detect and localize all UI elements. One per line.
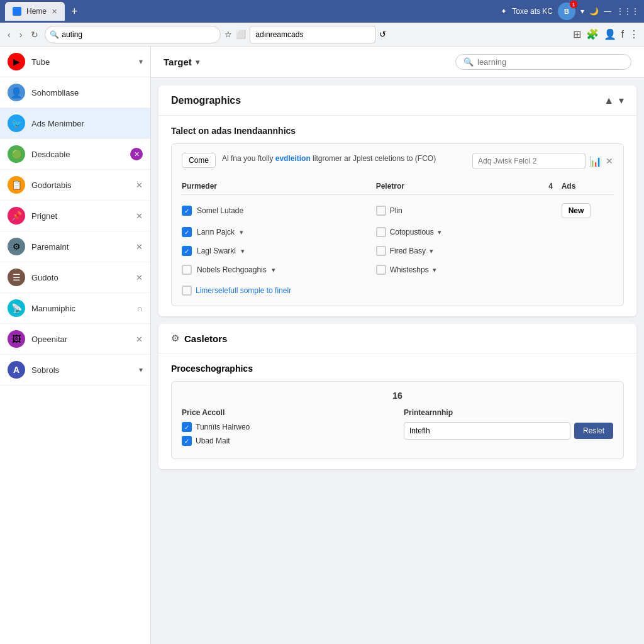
chart-icon[interactable]: 📊: [589, 155, 602, 167]
param-left: Ların Pajck ▾: [182, 227, 376, 237]
proce-input-field[interactable]: [404, 422, 570, 440]
menu-dots-icon[interactable]: ⋮: [629, 28, 639, 40]
col-parameter-header: Purmeder: [182, 182, 376, 191]
dropdown-icon[interactable]: ▾: [272, 266, 275, 274]
close-icon[interactable]: ✕: [136, 242, 143, 252]
sidebar-item-sohombllase[interactable]: 👤 Sohombllase: [0, 77, 150, 108]
apps-icon[interactable]: ⊞: [573, 28, 581, 40]
come-button[interactable]: Come: [182, 153, 216, 168]
sel-checkbox-0[interactable]: [376, 206, 386, 216]
reload-button[interactable]: ↻: [28, 27, 41, 42]
profile-diamond-icon: ✦: [501, 7, 507, 16]
param-table-header: Purmeder Peletror 4 Ads: [182, 178, 613, 195]
dropdown-icon[interactable]: ▾: [433, 266, 436, 274]
sidebar-item-opeenitar[interactable]: 🖼 Opeenitar ✕: [0, 324, 150, 355]
new-tab-button[interactable]: +: [67, 5, 82, 18]
param-checkbox-0[interactable]: [182, 206, 192, 216]
tab-icon-btn[interactable]: ⬜: [236, 30, 246, 39]
profile-arrow-icon[interactable]: ▾: [580, 7, 584, 16]
proce-num: 16: [182, 391, 613, 401]
proce-box: 16 Price Accoll Tunnïis Halrweo Ubad Mai…: [171, 381, 624, 459]
sidebar-item-paremaint[interactable]: ⚙ Paremaint ✕: [0, 231, 150, 262]
close-icon[interactable]: ✕: [136, 180, 143, 190]
bookmark-icon[interactable]: ☆: [225, 30, 232, 39]
sel-checkbox-2[interactable]: [376, 246, 386, 256]
url-input[interactable]: [250, 26, 375, 43]
sidebar-item-ads-menimber[interactable]: 🐦 Ads Menimber: [0, 108, 150, 139]
sort-down-button[interactable]: ▾: [619, 94, 624, 106]
sidebar-item-prignet[interactable]: 📌 Prignet ✕: [0, 201, 150, 231]
sidebar-item-sobrols[interactable]: A Sobrols ▾: [0, 355, 150, 386]
section-title: Demographics: [171, 95, 241, 106]
demographics-section: Demographics ▲ ▾ Talect on adas Inendaan…: [158, 86, 636, 316]
table-row: Somel Lutade Plin New: [182, 199, 613, 223]
extensions-icon[interactable]: 🧩: [586, 28, 599, 40]
sidebar-item-desdcable[interactable]: 🟢 Desdcable ✕: [0, 139, 150, 170]
section-header: Demographics ▲ ▾: [158, 86, 636, 116]
clear-button[interactable]: ✕: [606, 156, 613, 166]
avatar-initials: B: [564, 8, 569, 15]
col-num-header: 4: [540, 182, 561, 191]
tab-close-button[interactable]: ✕: [52, 8, 57, 16]
param-left: Somel Lutade: [182, 206, 376, 216]
moon-icon[interactable]: 🌙: [589, 7, 599, 16]
back-button[interactable]: ‹: [5, 27, 13, 42]
sidebar-item-label: Paremaint: [31, 242, 130, 252]
search-icon: 🔍: [464, 57, 474, 67]
search-icon: 🔍: [50, 30, 59, 39]
header-search-input[interactable]: [477, 57, 623, 67]
table-row: Ların Pajck ▾ Cotopustious ▾: [182, 223, 613, 242]
sidebar-item-tube[interactable]: ▶ Tube ▾: [0, 47, 150, 77]
info-input-field[interactable]: [472, 153, 586, 169]
link-checkbox[interactable]: [182, 286, 192, 296]
menu-icon[interactable]: ⋮⋮⋮: [616, 7, 639, 16]
opeenitar-icon: 🖼: [8, 330, 25, 348]
sidebar-item-godortabis[interactable]: 📋 Godortabis ✕: [0, 170, 150, 201]
col1-checkbox-1[interactable]: [182, 436, 192, 446]
dropdown-icon[interactable]: ▾: [240, 228, 243, 236]
evdleition-link[interactable]: evdleition: [275, 154, 311, 163]
forward-button[interactable]: ›: [17, 27, 25, 42]
account-icon[interactable]: 👤: [604, 28, 616, 40]
demographics-sub-section: Talect on adas Inendaannhics Come Al fna…: [158, 116, 636, 316]
close-icon[interactable]: ✕: [136, 211, 143, 221]
url-bar-wrap: [250, 26, 375, 43]
casletors-title: Casletors: [184, 333, 227, 344]
minimize-icon[interactable]: —: [604, 7, 611, 16]
sel-checkbox-1[interactable]: [376, 227, 386, 237]
sidebar-item-label: Sobrols: [31, 365, 133, 375]
twitter-icon: 🐦: [8, 114, 25, 132]
chevron-down-icon: ▾: [196, 58, 199, 67]
avatar[interactable]: B 1: [558, 3, 575, 20]
dropdown-icon[interactable]: ▾: [430, 247, 433, 255]
reslet-button[interactable]: Reslet: [574, 423, 613, 439]
search-bar-wrap: 🔍: [45, 26, 221, 43]
sidebar-item-label: Godortabis: [31, 180, 130, 190]
bottom-link[interactable]: Limerselefull somple to finelr: [196, 286, 291, 295]
target-dropdown[interactable]: Target ▾: [164, 57, 199, 67]
header-search: 🔍: [455, 54, 631, 70]
sel-checkbox-3[interactable]: [376, 265, 386, 275]
param-checkbox-3[interactable]: [182, 265, 192, 275]
facebook-icon[interactable]: f: [621, 29, 624, 40]
sidebar-item-manumiphic[interactable]: 📡 Manumiphic ∩: [0, 293, 150, 324]
proce-input-row: Reslet: [404, 422, 613, 440]
close-icon[interactable]: ✕: [136, 335, 143, 344]
col2-header: Printearnnhip: [404, 408, 613, 417]
sort-up-button[interactable]: ▲: [604, 95, 614, 106]
gear-icon: ⚙: [171, 333, 179, 344]
col1-checkbox-0[interactable]: [182, 422, 192, 432]
param-right: Fired Basy ▾: [376, 246, 540, 256]
dropdown-icon[interactable]: ▾: [438, 228, 441, 236]
param-checkbox-2[interactable]: [182, 246, 192, 256]
info-text: Al fna you ftolly evdleition litgromer a…: [222, 153, 436, 164]
dropdown-icon[interactable]: ▾: [241, 247, 245, 255]
browser-tab[interactable]: Heme ✕: [5, 2, 65, 21]
new-button[interactable]: New: [562, 203, 591, 218]
param-checkbox-1[interactable]: [182, 227, 192, 237]
sidebar-item-gudoto[interactable]: ☰ Gudoto ✕: [0, 262, 150, 293]
proce-title: Proceschographics: [171, 364, 624, 374]
close-icon[interactable]: ✕: [136, 273, 143, 282]
refresh-icon[interactable]: ↺: [379, 30, 386, 39]
search-input[interactable]: [45, 26, 221, 43]
